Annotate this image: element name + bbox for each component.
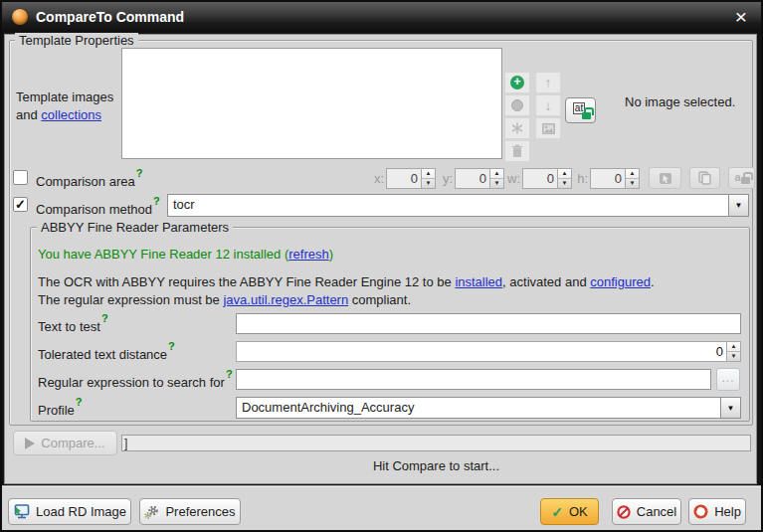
monitor-arrow-icon xyxy=(13,504,30,519)
text-segment: , activated and xyxy=(502,274,590,289)
asterisk-icon xyxy=(511,122,523,134)
trash-icon xyxy=(511,144,523,158)
compare-hint: Hit Compare to start... xyxy=(121,458,751,473)
tolerated-distance-input[interactable] xyxy=(236,341,726,362)
progress-text: ] xyxy=(122,437,127,450)
regex-browse-button[interactable]: ... xyxy=(716,368,740,391)
help-button[interactable]: Help xyxy=(688,498,746,525)
combo-arrow-button[interactable]: ▼ xyxy=(721,397,741,419)
add-image-button[interactable]: + xyxy=(505,73,529,92)
comparison-area-checkbox[interactable] xyxy=(13,170,28,185)
spin-up-icon[interactable]: ▲ xyxy=(558,169,571,179)
help-icon[interactable]: ? xyxy=(76,396,83,408)
coord-h: h: ▲▼ xyxy=(574,168,640,189)
ok-button[interactable]: ✓ OK xyxy=(540,498,599,525)
text-segment: . xyxy=(651,274,655,289)
move-up-button[interactable]: ↑ xyxy=(536,73,560,92)
help-icon[interactable]: ? xyxy=(168,340,175,352)
w-spinner[interactable]: ▲▼ xyxy=(557,168,572,189)
spin-down-icon[interactable]: ▼ xyxy=(558,179,571,188)
ok-label: OK xyxy=(569,504,588,519)
text-anchor-button[interactable]: at xyxy=(565,97,596,123)
compareto-command-dialog: CompareTo Command × Template Properties … xyxy=(0,0,763,532)
help-icon[interactable]: ? xyxy=(136,167,143,179)
arrow-down-icon: ↓ xyxy=(545,98,552,112)
tolerated-distance-spinner[interactable]: ▲▼ xyxy=(726,341,741,362)
spin-up-icon[interactable]: ▲ xyxy=(422,169,435,179)
coord-w: w: ▲▼ xyxy=(506,168,572,189)
spin-up-icon[interactable]: ▲ xyxy=(727,342,740,352)
preview-image-button[interactable] xyxy=(536,118,560,138)
h-input[interactable] xyxy=(590,168,625,189)
capture-image-button[interactable] xyxy=(505,95,529,115)
template-images-label-line2: and collections xyxy=(16,107,101,122)
cancel-label: Cancel xyxy=(637,504,676,519)
configured-link[interactable]: configured xyxy=(590,274,651,289)
comparison-area-label: Comparison area? xyxy=(36,171,142,189)
copy-icon xyxy=(698,171,711,185)
delete-image-button[interactable] xyxy=(505,141,529,161)
w-label: w: xyxy=(506,171,520,186)
check-icon: ✓ xyxy=(551,504,563,520)
comparison-method-value: tocr xyxy=(167,194,729,217)
chevron-down-icon: ▼ xyxy=(727,404,735,413)
copy-area-button[interactable] xyxy=(689,167,720,189)
spin-up-icon[interactable]: ▲ xyxy=(490,169,503,179)
pattern-link[interactable]: java.util.regex.Pattern xyxy=(223,292,348,307)
regex-input[interactable] xyxy=(236,369,711,390)
y-input[interactable] xyxy=(455,168,489,189)
help-icon[interactable]: ? xyxy=(226,368,233,380)
comparison-method-checkbox[interactable]: ✓ xyxy=(13,197,28,212)
spin-up-icon[interactable]: ▲ xyxy=(626,169,639,179)
regex-label: Regular expression to search for? xyxy=(38,372,233,390)
cancel-button[interactable]: Cancel xyxy=(612,498,681,525)
x-input[interactable] xyxy=(386,168,421,189)
app-icon xyxy=(12,9,28,25)
preferences-button[interactable]: Preferences xyxy=(139,498,241,525)
spin-down-icon[interactable]: ▼ xyxy=(727,352,740,361)
spin-down-icon[interactable]: ▼ xyxy=(626,179,639,188)
x-spinner[interactable]: ▲▼ xyxy=(421,168,436,189)
installed-link[interactable]: installed xyxy=(455,274,502,289)
no-image-selected-text: No image selected. xyxy=(625,94,735,109)
help-icon[interactable]: ? xyxy=(101,312,108,324)
profile-combobox[interactable]: DocumentArchiving_Accuracy ▼ xyxy=(236,397,741,419)
a-text: a xyxy=(734,171,740,183)
window-title: CompareTo Command xyxy=(36,9,184,25)
comparison-method-label: Comparison method? xyxy=(36,199,160,217)
y-spinner[interactable]: ▲▼ xyxy=(489,168,504,189)
title-bar: CompareTo Command × xyxy=(2,2,761,32)
text-segment: You have ABBYY Fine Reader 12 installed … xyxy=(38,247,288,262)
coord-y: y: ▲▼ xyxy=(439,168,504,189)
select-area-button[interactable] xyxy=(649,167,681,189)
comparison-method-combobox[interactable]: tocr ▼ xyxy=(167,194,749,217)
w-input[interactable] xyxy=(522,168,557,189)
compare-button-label: Compare... xyxy=(41,436,104,450)
text-segment: Profile xyxy=(38,403,75,418)
h-spinner[interactable]: ▲▼ xyxy=(625,168,640,189)
help-lifebuoy-icon xyxy=(693,504,708,519)
record-circle-icon xyxy=(511,99,523,111)
spin-down-icon[interactable]: ▼ xyxy=(490,179,503,188)
text-segment: and xyxy=(16,107,41,122)
compare-button[interactable]: Compare... xyxy=(13,431,117,455)
help-icon[interactable]: ? xyxy=(153,195,160,207)
area-text-lock-button[interactable]: a xyxy=(728,167,755,189)
new-capture-button[interactable] xyxy=(505,118,529,138)
template-images-list[interactable] xyxy=(121,48,502,159)
refresh-link[interactable]: refresh xyxy=(288,247,328,262)
h-label: h: xyxy=(574,171,588,186)
text-segment: The OCR with ABBYY requires the ABBYY Fi… xyxy=(38,274,455,289)
gears-icon xyxy=(144,505,159,519)
load-rd-image-button[interactable]: Load RD Image xyxy=(8,498,131,525)
collections-link[interactable]: collections xyxy=(41,107,101,122)
spin-down-icon[interactable]: ▼ xyxy=(422,179,435,188)
move-down-button[interactable]: ↓ xyxy=(536,95,560,115)
combo-arrow-button[interactable]: ▼ xyxy=(729,194,749,217)
close-icon[interactable]: × xyxy=(731,7,751,27)
text-segment: The regular expression must be xyxy=(38,292,223,307)
image-icon xyxy=(542,123,555,134)
arrow-up-icon: ↑ xyxy=(545,76,552,89)
check-icon: ✓ xyxy=(15,199,26,211)
text-to-test-input[interactable] xyxy=(236,313,741,334)
